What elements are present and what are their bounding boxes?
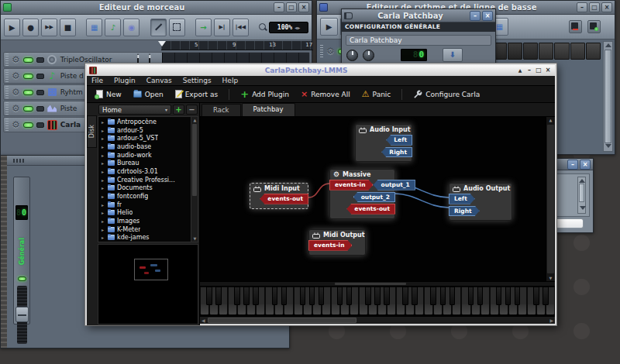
expand-arrow-icon[interactable]: ▸	[102, 153, 105, 158]
volume-knob[interactable]	[346, 50, 358, 61]
piano-key-black[interactable]	[346, 287, 352, 305]
folder-row[interactable]: ▸ Creative Professi...	[98, 176, 198, 184]
minimap-viewport[interactable]	[134, 259, 168, 280]
drag-handle[interactable]	[5, 86, 9, 98]
track-mute-led[interactable]	[23, 122, 33, 128]
close-button[interactable]: ×	[482, 11, 493, 21]
scroll-up-icon[interactable]: ▲	[192, 118, 198, 122]
track-solo-led[interactable]	[36, 122, 44, 128]
folder-row[interactable]: ▸ ardour-5	[98, 126, 198, 135]
minimize-button[interactable]: –	[567, 160, 578, 170]
new-button[interactable]: New	[93, 90, 125, 98]
track-mute-led[interactable]	[23, 106, 33, 112]
song-editor-titlebar[interactable]: Éditeur de morceau – □ ×	[1, 1, 312, 15]
expand-arrow-icon[interactable]: ▸	[102, 235, 105, 240]
channel-mute-led[interactable]	[18, 276, 26, 281]
drag-handle[interactable]	[320, 45, 323, 57]
piano-key-black[interactable]	[300, 287, 305, 305]
port-audio-out[interactable]: Right	[381, 147, 412, 158]
piano-key-black[interactable]	[384, 287, 389, 305]
menu-file[interactable]: File	[91, 77, 103, 84]
disk-tab[interactable]: Disk	[87, 115, 97, 148]
piano-key-black[interactable]	[533, 287, 539, 305]
drag-handle[interactable]	[5, 53, 9, 66]
drag-handle[interactable]	[5, 102, 9, 115]
port-midi-in[interactable]: events-in	[329, 180, 373, 191]
port-audio-out[interactable]: output_2	[353, 192, 395, 203]
tree-scrollbar[interactable]: ▲ ▼	[191, 117, 198, 242]
virtual-keyboard[interactable]	[200, 287, 555, 317]
expand-arrow-icon[interactable]: ▸	[102, 202, 105, 208]
scroll-down-icon[interactable]	[580, 206, 586, 210]
folder-row[interactable]: ▸ Bureau	[98, 159, 198, 167]
add-location-button[interactable]: +	[173, 105, 184, 115]
scroll-up-icon[interactable]	[605, 43, 611, 47]
add-steps-button[interactable]	[587, 20, 601, 33]
shade-button[interactable]: ▲	[515, 66, 525, 75]
port-audio-out[interactable]: output_1	[373, 180, 415, 191]
expand-arrow-icon[interactable]: ▸	[102, 160, 105, 166]
close-button[interactable]: ×	[601, 2, 612, 12]
scrollbar-thumb[interactable]	[547, 125, 554, 273]
canvas-minimap[interactable]	[98, 244, 198, 325]
scrollbar-thumb[interactable]	[579, 184, 584, 202]
expand-arrow-icon[interactable]: ▸	[102, 119, 105, 125]
piano-key-black[interactable]	[234, 287, 239, 305]
expand-arrow-icon[interactable]: ▸	[102, 185, 105, 191]
piano-key-black[interactable]	[206, 287, 212, 305]
piano-key-black[interactable]	[496, 287, 501, 305]
connection-midi[interactable]	[308, 184, 329, 197]
close-button[interactable]: ×	[543, 66, 553, 75]
port-midi-in[interactable]: events-in	[308, 240, 352, 251]
dock-grip[interactable]	[1, 156, 7, 348]
pan-knob[interactable]	[363, 50, 374, 61]
configure-carla-button[interactable]: Configure Carla	[410, 90, 483, 99]
folder-row[interactable]: ▸ audio-work	[98, 151, 198, 160]
add-beat-track-button[interactable]: ▦	[86, 19, 102, 36]
drag-handle[interactable]	[5, 118, 9, 131]
expand-arrow-icon[interactable]: ▸	[102, 136, 105, 141]
scroll-up-icon[interactable]: ▲	[548, 118, 553, 122]
add-plugin-button[interactable]: +Add Plugin	[237, 90, 292, 99]
maximize-button[interactable]: □	[286, 2, 297, 12]
playhead-marker[interactable]	[158, 41, 166, 46]
show-gui-button[interactable]: ⬇	[443, 48, 463, 62]
piano-key-black[interactable]	[412, 287, 417, 305]
scrollbar-thumb[interactable]	[604, 50, 611, 143]
folder-row[interactable]: ▸ Helio	[98, 209, 198, 218]
scroll-down-icon[interactable]: ▼	[192, 236, 198, 241]
scrollbar-thumb[interactable]	[192, 124, 197, 196]
folder-row[interactable]: ▸ Documents	[98, 184, 198, 193]
piano-key-black[interactable]	[440, 287, 446, 305]
vertical-scrollbar[interactable]	[577, 177, 586, 214]
piano-key-black[interactable]	[374, 287, 380, 305]
minimize-button[interactable]: –	[577, 2, 587, 12]
piano-key-black[interactable]	[515, 287, 520, 305]
piano-key-black[interactable]	[243, 287, 249, 305]
record-play-button[interactable]: ▶▶	[41, 19, 57, 36]
node-midi-output[interactable]: Midi Output events-in	[308, 229, 366, 256]
minimize-button[interactable]: –	[274, 2, 284, 12]
track-solo-led[interactable]	[36, 90, 44, 95]
port-audio-in[interactable]: Left	[449, 194, 475, 204]
rewind-button[interactable]: |◀◀	[232, 19, 249, 36]
canvas-horizontal-scrollbar[interactable]	[200, 281, 555, 287]
canvas-vertical-scrollbar[interactable]: ▲ ▼	[546, 117, 555, 281]
track-gear-icon[interactable]: ⚙	[12, 120, 20, 129]
piano-key-black[interactable]	[450, 287, 455, 305]
piano-key-black[interactable]	[309, 287, 315, 305]
maximize-button[interactable]: □	[589, 2, 600, 12]
patchbay-canvas[interactable]: Audio Input Left Right ⚙Massive events-i…	[200, 117, 555, 281]
close-button[interactable]: ×	[580, 160, 591, 170]
track-gear-icon[interactable]: ⚙	[12, 88, 20, 97]
folder-row[interactable]: ▸ Antropocène	[98, 118, 198, 126]
port-midi-out[interactable]: events-out	[346, 204, 395, 215]
track-gear-icon[interactable]: ⚙	[12, 55, 20, 64]
tab-patchbay[interactable]: Patchbay	[242, 103, 295, 116]
scroll-down-icon[interactable]	[605, 144, 611, 148]
drag-handle[interactable]	[5, 70, 9, 82]
piano-key-black[interactable]	[281, 287, 287, 305]
folder-row[interactable]: ▸ fr	[98, 201, 198, 209]
menu-help[interactable]: Help	[222, 77, 239, 84]
remove-steps-button[interactable]	[569, 20, 582, 33]
